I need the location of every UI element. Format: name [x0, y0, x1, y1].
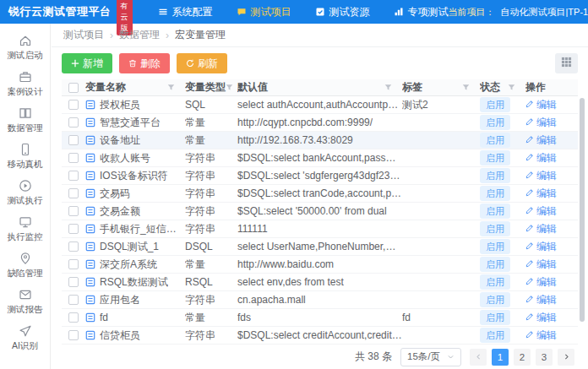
sidebar-item[interactable]: 案例设计	[0, 69, 50, 98]
status-badge[interactable]: 启用	[480, 292, 510, 307]
row-checkbox[interactable]	[68, 188, 79, 198]
status-badge[interactable]: 启用	[480, 328, 510, 343]
variable-name[interactable]: 应用包名	[100, 293, 140, 307]
row-checkbox[interactable]	[68, 277, 79, 287]
row-checkbox[interactable]	[68, 100, 79, 110]
status-badge[interactable]: 启用	[480, 310, 510, 325]
content: 新增 删除 刷新 变量名称 变量类型	[52, 47, 588, 369]
add-button[interactable]: 新增	[62, 53, 112, 73]
edit-button[interactable]: 编辑	[525, 98, 557, 112]
delete-button[interactable]: 删除	[119, 53, 170, 73]
variable-name[interactable]: DSQL测试_1	[100, 240, 159, 254]
breadcrumb-item[interactable]: 测试项目	[63, 28, 104, 42]
variable-name[interactable]: 深交所A系统	[100, 258, 157, 272]
row-checkbox[interactable]	[68, 330, 79, 340]
variable-name[interactable]: 手机银行_短信验证码	[100, 222, 185, 236]
variable-name[interactable]: 交易金额	[100, 204, 140, 219]
variable-name[interactable]: RSQL数据测试	[100, 275, 168, 290]
row-checkbox[interactable]	[68, 117, 79, 128]
top-nav-item[interactable]: 测试项目	[237, 5, 291, 19]
status-badge[interactable]: 启用	[480, 150, 510, 166]
status-badge[interactable]: 启用	[480, 221, 510, 236]
filter-icon[interactable]	[462, 84, 470, 91]
variable-name[interactable]: 智慧交通平台	[100, 116, 161, 130]
sidebar-item[interactable]: AI识别	[0, 323, 50, 352]
variable-name[interactable]: 交易码	[100, 187, 130, 201]
variable-name[interactable]: IOS设备标识符	[100, 169, 168, 183]
scrollbar-thumb[interactable]	[580, 98, 585, 322]
sidebar-item[interactable]: 缺陷管理	[0, 251, 50, 279]
filter-icon[interactable]	[508, 84, 515, 91]
row-checkbox[interactable]	[68, 241, 79, 252]
edit-button[interactable]: 编辑	[525, 169, 557, 183]
edit-button[interactable]: 编辑	[525, 293, 557, 307]
row-checkbox[interactable]	[68, 295, 79, 305]
top-nav-item[interactable]: 测试资源	[315, 5, 370, 19]
status-badge[interactable]: 启用	[480, 97, 510, 112]
row-checkbox[interactable]	[68, 171, 79, 181]
row-checkbox[interactable]	[68, 259, 79, 269]
sidebar-item[interactable]: 测试执行	[0, 178, 50, 207]
page-number-button[interactable]: 3	[536, 349, 553, 366]
page-number-button[interactable]: 2	[514, 349, 531, 366]
variable-name[interactable]: 设备地址	[100, 133, 140, 148]
row-checkbox[interactable]	[68, 312, 79, 323]
menu-icon	[158, 7, 168, 17]
status-badge[interactable]: 启用	[480, 168, 510, 183]
status-badge[interactable]: 启用	[480, 186, 510, 201]
next-page-button[interactable]	[558, 349, 574, 366]
edit-button[interactable]: 编辑	[525, 222, 557, 236]
status-badge[interactable]: 启用	[480, 203, 510, 219]
filter-icon[interactable]	[226, 84, 233, 91]
edit-button[interactable]: 编辑	[525, 187, 557, 201]
column-settings-button[interactable]	[555, 53, 578, 73]
status-badge[interactable]: 启用	[480, 133, 510, 148]
page-size-select[interactable]: 15条/页	[400, 348, 461, 366]
status-badge[interactable]: 启用	[480, 115, 510, 130]
status-badge[interactable]: 启用	[480, 239, 510, 254]
select-all-checkbox[interactable]	[68, 83, 79, 93]
table-row: 设备地址 常量 http://192.168.73.43:8029 启用 编辑	[62, 132, 578, 149]
variable-name[interactable]: fd	[100, 312, 108, 323]
edit-button[interactable]: 编辑	[525, 275, 557, 290]
filter-icon[interactable]	[384, 84, 392, 91]
sidebar-item[interactable]: 测试报告	[0, 287, 50, 316]
mail-icon	[19, 287, 32, 302]
edit-button[interactable]: 编辑	[525, 151, 557, 166]
row-checkbox[interactable]	[68, 135, 79, 145]
variable-name[interactable]: 授权柜员	[100, 98, 140, 112]
page-number-button[interactable]: 1	[492, 349, 509, 366]
edit-button[interactable]: 编辑	[525, 204, 557, 219]
current-project-value[interactable]: 自动化测试项目|TP-1904-	[501, 6, 588, 19]
edit-button[interactable]: 编辑	[525, 258, 557, 272]
edit-button[interactable]: 编辑	[525, 116, 557, 130]
sidebar-item[interactable]: 移动真机	[0, 142, 50, 171]
top-nav-item-label: 专项测试	[408, 5, 449, 19]
toolbar: 新增 删除 刷新	[62, 47, 578, 79]
variable-doc-icon	[85, 171, 95, 181]
edit-button[interactable]: 编辑	[525, 240, 557, 254]
refresh-button[interactable]: 刷新	[177, 53, 227, 73]
sidebar-item[interactable]: 数据管理	[0, 106, 50, 134]
sidebar-item[interactable]: 执行监控	[0, 214, 50, 243]
variable-doc-icon	[85, 330, 95, 340]
sidebar-item[interactable]: 测试启动	[0, 33, 50, 62]
status-badge[interactable]: 启用	[480, 257, 510, 272]
status-badge[interactable]: 启用	[480, 274, 510, 290]
variable-name[interactable]: 信贷柜员	[100, 328, 140, 343]
variable-name[interactable]: 收款人账号	[100, 151, 150, 166]
top-nav-item[interactable]: 系统配置	[158, 5, 213, 19]
prev-page-button[interactable]	[470, 349, 487, 366]
top-nav-item[interactable]: 专项测试	[394, 5, 449, 19]
edit-button[interactable]: 编辑	[525, 311, 557, 325]
breadcrumb-item[interactable]: 数据管理	[119, 28, 160, 42]
edit-pencil-icon	[525, 170, 534, 182]
edit-button[interactable]: 编辑	[525, 328, 557, 343]
filter-icon[interactable]	[167, 84, 175, 91]
table-body: 授权柜员 SQL select authAccount,authAccountp…	[62, 96, 578, 345]
variable-doc-icon	[85, 277, 95, 287]
edit-button[interactable]: 编辑	[525, 133, 557, 148]
row-checkbox[interactable]	[68, 224, 79, 234]
row-checkbox[interactable]	[68, 153, 79, 163]
row-checkbox[interactable]	[68, 206, 79, 216]
